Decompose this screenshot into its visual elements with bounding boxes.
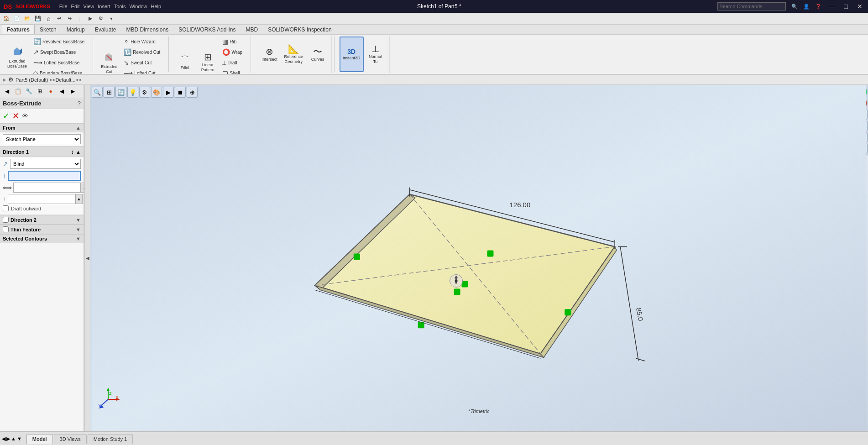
- tab-solidworks-addins[interactable]: SOLIDWORKS Add-Ins: [173, 25, 241, 34]
- panel-properties[interactable]: 🔧: [24, 86, 34, 96]
- qa-new[interactable]: 📄: [12, 14, 21, 23]
- direction2-checkbox[interactable]: [3, 217, 9, 223]
- vt-appearance-btn[interactable]: ⏹: [175, 87, 186, 98]
- qa-home[interactable]: 🏠: [2, 14, 11, 23]
- depth-input[interactable]: 2.00mm: [13, 183, 81, 193]
- vt-display-btn[interactable]: 🎨: [151, 87, 162, 98]
- qa-undo[interactable]: ↩: [54, 14, 63, 23]
- panel-help-button[interactable]: ?: [78, 100, 81, 107]
- hole-wizard-button[interactable]: ⚬ Hole Wizard: [121, 37, 163, 47]
- panel-config[interactable]: ⊞: [35, 86, 45, 96]
- thin-feature-section-header[interactable]: Thin Feature ▼: [0, 225, 84, 234]
- depth-spin-up[interactable]: ▲: [81, 183, 84, 193]
- draft-spin-up[interactable]: ▲: [75, 194, 83, 204]
- qa-redo[interactable]: ↪: [65, 14, 74, 23]
- tab-motion-study[interactable]: Motion Study 1: [88, 434, 133, 444]
- panel-arrow-left[interactable]: ◀: [2, 86, 12, 96]
- title-menu-window[interactable]: Window: [129, 4, 147, 9]
- tab-mbd-dimensions[interactable]: MBD Dimensions: [121, 25, 173, 34]
- viewport[interactable]: 🔍 ⊞ 🔄 💡 ⚙ 🎨 ▶ ⏹ ⊕ ✓ ✕ A B C D: [90, 85, 868, 431]
- qa-save[interactable]: 💾: [33, 14, 42, 23]
- rib-button[interactable]: ▥ Rib: [220, 37, 247, 47]
- qa-settings[interactable]: ⚙: [96, 14, 105, 23]
- search-input[interactable]: [717, 2, 786, 10]
- title-menu-view[interactable]: View: [84, 4, 94, 9]
- from-section-up-arrow[interactable]: ▲: [76, 125, 81, 131]
- selected-contours-section-header[interactable]: Selected Contours ▼: [0, 234, 84, 243]
- swept-boss-base-button[interactable]: ↗ Swept Boss/Base: [31, 47, 87, 57]
- thin-feature-checkbox[interactable]: [3, 226, 9, 232]
- close-button[interactable]: ✕: [855, 3, 864, 10]
- bottom-nav-add[interactable]: ▲: [11, 436, 16, 441]
- qa-print[interactable]: 🖨: [44, 14, 53, 23]
- vt-lighting-btn[interactable]: 💡: [127, 87, 138, 98]
- help-icon[interactable]: ❓: [815, 4, 821, 10]
- title-menu-file[interactable]: File: [59, 4, 68, 9]
- draft-outward-checkbox[interactable]: [3, 205, 9, 211]
- ok-button[interactable]: ✓: [3, 111, 10, 121]
- direction2-expand-icon[interactable]: ▼: [76, 217, 81, 223]
- fillet-button[interactable]: ⌒ Fillet: [174, 37, 196, 75]
- maximize-button[interactable]: □: [842, 3, 850, 10]
- tab-3d-views[interactable]: 3D Views: [54, 434, 87, 444]
- direction1-section-header[interactable]: Direction 1 ↕ ▲: [0, 147, 84, 157]
- title-menu-help[interactable]: Help: [151, 4, 162, 9]
- reference-geometry-button[interactable]: 📐 ReferenceGeometry: [281, 37, 306, 72]
- tab-markup[interactable]: Markup: [62, 25, 90, 34]
- qa-dropdown[interactable]: ▼: [107, 14, 116, 23]
- tab-features[interactable]: Features: [2, 25, 35, 34]
- extruded-boss-base-button[interactable]: ExtrudedBoss/Base: [5, 37, 30, 75]
- bottom-nav-down[interactable]: ▼: [17, 436, 22, 441]
- vt-section-btn[interactable]: ▶: [163, 87, 174, 98]
- direction1-flip-icon[interactable]: ↕: [71, 148, 74, 155]
- preview-button[interactable]: 👁: [22, 112, 28, 120]
- sketch-plane-select[interactable]: Sketch Plane: [3, 134, 81, 144]
- tab-model[interactable]: Model: [26, 434, 53, 444]
- user-icon[interactable]: 👤: [803, 4, 810, 10]
- minimize-button[interactable]: —: [827, 3, 837, 10]
- title-menu-tools[interactable]: Tools: [114, 4, 126, 9]
- lofted-cut-button[interactable]: ⟿ Lofted Cut: [121, 68, 163, 75]
- direction-type-select[interactable]: Blind: [10, 159, 81, 169]
- qa-open[interactable]: 📂: [23, 14, 32, 23]
- lofted-boss-base-button[interactable]: ⟿ Lofted Boss/Base: [31, 58, 87, 68]
- linear-pattern-button[interactable]: ⊞ LinearPattern: [197, 37, 219, 75]
- draft-angle-input[interactable]: [8, 194, 75, 204]
- nav-expand-arrow[interactable]: ▶: [3, 77, 6, 82]
- panel-feature-mgr[interactable]: 📋: [13, 86, 23, 96]
- vt-zoom-btn[interactable]: 🔍: [92, 87, 103, 98]
- bottom-nav-left[interactable]: ◀: [2, 436, 5, 442]
- tab-solidworks-inspection[interactable]: SOLIDWORKS Inspection: [263, 25, 336, 34]
- draft-outward-label[interactable]: Draft outward: [11, 206, 41, 211]
- panel-collapse-handle[interactable]: ◀: [84, 85, 90, 431]
- normal-to-button[interactable]: ⊥ NormalTo: [365, 37, 387, 72]
- thin-feature-expand-icon[interactable]: ▼: [76, 227, 81, 232]
- vt-settings-btn[interactable]: ⚙: [139, 87, 150, 98]
- draft-button[interactable]: ⟂ Draft: [220, 58, 247, 68]
- revolved-cut-button[interactable]: 🔃 Revolved Cut: [121, 47, 163, 57]
- vt-fit-btn[interactable]: ⊞: [104, 87, 115, 98]
- revolved-boss-base-button[interactable]: 🔄 Revolved Boss/Base: [31, 37, 87, 47]
- direction2-section-header[interactable]: Direction 2 ▼: [0, 215, 84, 225]
- title-menu-edit[interactable]: Edit: [71, 4, 80, 9]
- direction1-collapse-icon[interactable]: ▲: [76, 149, 81, 155]
- shell-button[interactable]: ▢ Shell: [220, 68, 247, 75]
- bottom-nav-right[interactable]: ▶: [6, 436, 10, 442]
- panel-more[interactable]: ▶: [68, 86, 78, 96]
- search-icon[interactable]: 🔍: [791, 4, 798, 10]
- selected-contours-expand-icon[interactable]: ▼: [76, 236, 81, 241]
- panel-color[interactable]: ●: [46, 86, 56, 96]
- tab-evaluate[interactable]: Evaluate: [90, 25, 121, 34]
- title-menu-insert[interactable]: Insert: [98, 4, 110, 9]
- qa-rebuild[interactable]: ▶: [86, 14, 95, 23]
- tab-mbd[interactable]: MBD: [241, 25, 263, 34]
- extruded-cut-button[interactable]: ExtrudedCut: [98, 37, 120, 75]
- cancel-button[interactable]: ✕: [12, 111, 19, 121]
- intersect-button[interactable]: ⊗ Intersect: [258, 37, 280, 72]
- vt-rotate-btn[interactable]: 🔄: [115, 87, 126, 98]
- boundary-boss-base-button[interactable]: ◇ Boundary Boss/Base: [31, 68, 87, 75]
- depth-value-input[interactable]: [8, 171, 81, 181]
- curves-button[interactable]: 〜 Curves: [307, 37, 329, 72]
- vt-extra-btn[interactable]: ⊕: [187, 87, 198, 98]
- panel-expand[interactable]: ◀: [57, 86, 67, 96]
